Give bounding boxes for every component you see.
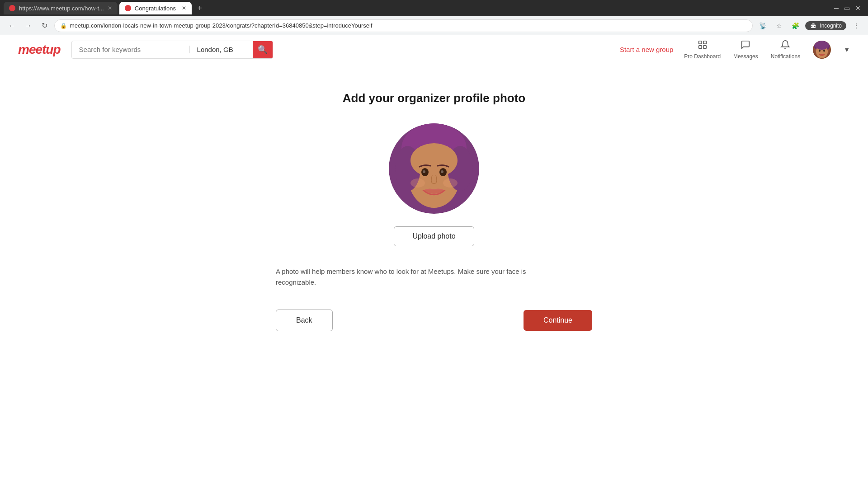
svg-point-8 xyxy=(823,49,825,52)
avatar-image xyxy=(813,41,831,59)
meetup-app: meetup 🔍 Start a new group xyxy=(0,35,868,358)
pro-dashboard-label: Pro Dashboard xyxy=(684,53,721,60)
search-icon: 🔍 xyxy=(258,45,268,55)
notifications-label: Notifications xyxy=(771,53,800,60)
browser-tab-2[interactable]: Congratulations ✕ xyxy=(119,2,192,14)
user-avatar[interactable] xyxy=(813,41,831,59)
svg-point-18 xyxy=(441,170,443,173)
toolbar-right: 📡 ☆ 🧩 Incognito ⋮ xyxy=(756,19,863,32)
new-tab-button[interactable]: + xyxy=(193,2,206,14)
search-button[interactable]: 🔍 xyxy=(253,41,273,59)
window-controls: ─ ▭ ✕ xyxy=(834,5,864,12)
back-button[interactable]: Back xyxy=(276,310,333,331)
pro-dashboard-icon xyxy=(698,40,708,52)
tab1-close[interactable]: ✕ xyxy=(108,5,112,11)
browser-chrome: https://www.meetup.com/how-t... ✕ Congra… xyxy=(0,0,868,35)
action-row: Back Continue xyxy=(276,310,592,331)
bookmark-star-icon[interactable]: ☆ xyxy=(773,19,785,32)
incognito-label: Incognito xyxy=(820,23,842,29)
tab2-title: Congratulations xyxy=(135,5,176,12)
incognito-icon xyxy=(810,22,817,29)
upload-photo-button[interactable]: Upload photo xyxy=(394,226,474,246)
start-new-group-link[interactable]: Start a new group xyxy=(620,46,673,53)
messages-label: Messages xyxy=(733,53,758,60)
messages-icon xyxy=(741,40,750,52)
content-card: Add your organizer profile photo xyxy=(276,91,592,331)
search-bar: 🔍 xyxy=(71,41,273,59)
nav-item-messages[interactable]: Messages xyxy=(733,40,758,60)
page-title: Add your organizer profile photo xyxy=(276,91,592,105)
profile-photo-area xyxy=(276,123,592,214)
cast-icon[interactable]: 📡 xyxy=(756,19,769,32)
profile-photo-circle xyxy=(389,123,479,214)
user-menu-chevron[interactable]: ▼ xyxy=(844,46,850,53)
continue-button[interactable]: Continue xyxy=(524,310,592,331)
incognito-badge: Incognito xyxy=(805,21,846,30)
search-input[interactable] xyxy=(72,46,189,53)
svg-rect-1 xyxy=(703,41,706,43)
tab1-title: https://www.meetup.com/how-t... xyxy=(19,5,104,12)
close-button[interactable]: ✕ xyxy=(855,5,861,12)
notifications-icon xyxy=(780,40,790,52)
reload-button[interactable]: ↻ xyxy=(38,19,51,32)
header-nav: Pro Dashboard Messages Notification xyxy=(684,40,850,60)
browser-toolbar: ← → ↻ 🔒 meetup.com/london-locals-new-in-… xyxy=(0,16,868,35)
browser-titlebar: https://www.meetup.com/how-t... ✕ Congra… xyxy=(0,0,868,16)
tab2-close[interactable]: ✕ xyxy=(182,5,186,11)
nav-item-notifications[interactable]: Notifications xyxy=(771,40,800,60)
more-options-icon[interactable]: ⋮ xyxy=(850,19,863,32)
nav-item-pro-dashboard[interactable]: Pro Dashboard xyxy=(684,40,721,60)
maximize-button[interactable]: ▭ xyxy=(844,5,850,12)
site-header: meetup 🔍 Start a new group xyxy=(0,35,868,64)
svg-point-17 xyxy=(423,170,425,173)
svg-point-19 xyxy=(410,178,425,188)
forward-nav-button[interactable]: → xyxy=(22,19,34,32)
svg-rect-3 xyxy=(703,45,706,48)
photo-hint-text: A photo will help members know who to lo… xyxy=(276,266,565,288)
svg-point-7 xyxy=(819,49,821,52)
url-text: meetup.com/london-locals-new-in-town-mee… xyxy=(70,22,747,29)
ssl-icon: 🔒 xyxy=(60,23,67,29)
address-bar[interactable]: 🔒 meetup.com/london-locals-new-in-town-m… xyxy=(54,19,753,32)
tab1-favicon xyxy=(9,5,15,11)
location-input[interactable] xyxy=(189,46,253,53)
logo-text: meetup xyxy=(18,42,61,57)
minimize-button[interactable]: ─ xyxy=(834,5,839,12)
svg-point-14 xyxy=(410,143,458,178)
profile-photo-svg xyxy=(389,123,479,214)
svg-rect-0 xyxy=(698,41,701,43)
svg-point-20 xyxy=(443,178,458,188)
back-nav-button[interactable]: ← xyxy=(5,19,18,32)
browser-tab-1[interactable]: https://www.meetup.com/how-t... ✕ xyxy=(4,2,118,14)
extensions-icon[interactable]: 🧩 xyxy=(789,19,802,32)
main-content: Add your organizer profile photo xyxy=(0,64,868,358)
meetup-logo[interactable]: meetup xyxy=(18,42,61,57)
svg-rect-2 xyxy=(698,45,701,48)
tab2-favicon xyxy=(125,5,131,11)
